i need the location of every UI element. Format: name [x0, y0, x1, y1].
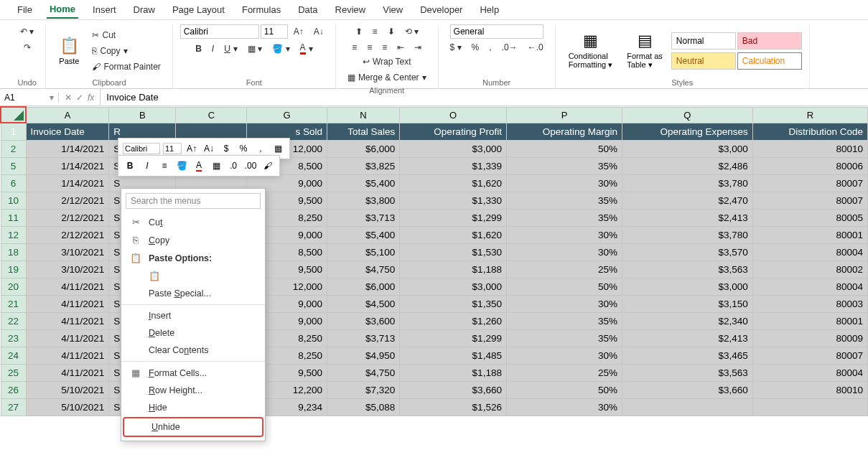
mini-inc-dec-icon[interactable]: .0	[226, 159, 241, 173]
mini-currency-icon[interactable]: $	[219, 141, 233, 156]
decrease-font-icon[interactable]: A↓	[309, 24, 328, 39]
conditional-formatting-button[interactable]: ▦ ConditionalFormatting ▾	[563, 29, 619, 72]
cell[interactable]: 50%	[506, 381, 622, 398]
menu-review[interactable]: Review	[332, 1, 369, 18]
ctx-paste-special[interactable]: Paste Special...	[121, 285, 265, 302]
comma-icon[interactable]: ,	[485, 40, 495, 55]
cell[interactable]: $2,470	[622, 192, 753, 209]
bold-button[interactable]: B	[191, 42, 206, 56]
font-color-button[interactable]: A ▾	[296, 40, 317, 57]
style-bad[interactable]: Bad	[737, 32, 802, 50]
cell[interactable]: $2,340	[622, 312, 753, 329]
mini-format-painter-icon[interactable]: 🖌	[261, 159, 275, 173]
cell[interactable]: 25%	[506, 364, 622, 381]
cell[interactable]: $3,570	[622, 243, 753, 260]
cell[interactable]: 30%	[506, 347, 622, 364]
currency-icon[interactable]: $ ▾	[446, 40, 466, 55]
cell[interactable]: 80001	[752, 312, 867, 329]
cell[interactable]: $1,330	[400, 192, 507, 209]
cell[interactable]: $1,620	[400, 174, 507, 192]
cell[interactable]: 80005	[752, 209, 867, 226]
menu-formulas[interactable]: Formulas	[239, 1, 284, 18]
cell[interactable]: 1/14/2021	[26, 157, 109, 174]
cell[interactable]: 1/14/2021	[26, 174, 109, 192]
ctx-row-height[interactable]: Row Height...	[121, 382, 265, 399]
cell[interactable]: $3,825	[327, 157, 399, 174]
mini-font-color-icon[interactable]: A	[192, 159, 206, 173]
mini-fill-icon[interactable]: 🪣	[174, 159, 189, 173]
cell[interactable]: 4/11/2021	[26, 364, 109, 381]
orientation-icon[interactable]: ⟲ ▾	[401, 24, 423, 39]
number-format-select[interactable]	[450, 24, 543, 39]
cell[interactable]: 30%	[506, 398, 622, 416]
menu-developer[interactable]: Developer	[417, 1, 465, 18]
align-top-icon[interactable]: ⬆	[351, 24, 367, 39]
menu-data[interactable]: Data	[295, 1, 320, 18]
mini-decrease-font-icon[interactable]: A↓	[202, 141, 216, 156]
font-name-select[interactable]	[180, 24, 259, 39]
cell[interactable]: $1,299	[400, 329, 507, 347]
formula-input[interactable]: Invoice Date	[101, 92, 868, 103]
style-normal[interactable]: Normal	[671, 32, 736, 50]
context-search-input[interactable]: Search the menus	[126, 193, 261, 209]
decrease-decimal-icon[interactable]: ←.0	[523, 40, 548, 55]
row-header[interactable]: 2	[1, 140, 26, 157]
col-header-o[interactable]: O	[400, 107, 507, 123]
format-as-table-button[interactable]: ▤ Format asTable ▾	[621, 29, 668, 72]
cell[interactable]: $5,400	[327, 174, 399, 192]
mini-bold-icon[interactable]: B	[123, 159, 137, 173]
mini-align-icon[interactable]: ≡	[157, 159, 172, 173]
mini-comma-icon[interactable]: ,	[253, 141, 268, 156]
cell[interactable]: $3,000	[400, 140, 507, 157]
cell[interactable]: $3,660	[622, 381, 753, 398]
cell[interactable]: $1,526	[400, 398, 507, 416]
cell[interactable]: Invoice Date	[26, 123, 109, 140]
cell[interactable]: $3,150	[622, 295, 753, 312]
copy-button[interactable]: ⎘ Copy ▾	[88, 44, 164, 58]
cell[interactable]: 80003	[752, 295, 867, 312]
cell[interactable]: $1,260	[400, 312, 507, 329]
cell[interactable]: 35%	[506, 192, 622, 209]
cell[interactable]: 4/11/2021	[26, 329, 109, 347]
format-painter-button[interactable]: 🖌 Format Painter	[88, 60, 164, 74]
row-header[interactable]: 24	[1, 347, 26, 364]
cell[interactable]: 2/12/2021	[26, 209, 109, 226]
align-right-icon[interactable]: ≡	[378, 40, 391, 55]
row-header[interactable]: 11	[1, 209, 26, 226]
col-header-c[interactable]: C	[176, 107, 247, 123]
cell[interactable]: $3,713	[327, 209, 399, 226]
decrease-indent-icon[interactable]: ⇤	[393, 40, 409, 55]
ctx-paste-default[interactable]: 📋	[121, 267, 265, 285]
enter-icon[interactable]: ✓	[76, 93, 83, 103]
align-middle-icon[interactable]: ≡	[368, 24, 382, 39]
cell[interactable]: $3,465	[622, 347, 753, 364]
percent-icon[interactable]: %	[467, 40, 484, 55]
menu-draw[interactable]: Draw	[131, 1, 158, 18]
cell[interactable]: 4/11/2021	[26, 278, 109, 295]
cell[interactable]: 35%	[506, 312, 622, 329]
ctx-format-cells[interactable]: ▦Format Cells...	[121, 364, 265, 382]
cell[interactable]: $1,485	[400, 347, 507, 364]
wrap-text-button[interactable]: ↩ Wrap Text	[358, 55, 416, 69]
mini-table-icon[interactable]: ▦	[271, 141, 285, 156]
menu-home[interactable]: Home	[47, 1, 78, 19]
cell[interactable]: 1/14/2021	[26, 140, 109, 157]
cell[interactable]: 3/10/2021	[26, 243, 109, 260]
cell[interactable]: 2/12/2021	[26, 192, 109, 209]
cell[interactable]: 80007	[752, 347, 867, 364]
style-neutral[interactable]: Neutral	[671, 52, 736, 70]
merge-center-button[interactable]: ▦ Merge & Center ▾	[343, 70, 431, 85]
cell[interactable]: $2,486	[622, 157, 753, 174]
row-header[interactable]: 1	[1, 123, 26, 140]
row-header[interactable]: 18	[1, 243, 26, 260]
cell[interactable]: 2/12/2021	[26, 226, 109, 243]
cell[interactable]: $1,188	[400, 260, 507, 278]
fill-color-button[interactable]: 🪣 ▾	[268, 42, 294, 56]
ctx-delete[interactable]: Delete	[121, 324, 265, 342]
cell[interactable]: 35%	[506, 329, 622, 347]
mini-font-size[interactable]	[163, 143, 182, 154]
cell[interactable]: 80006	[752, 157, 867, 174]
row-header[interactable]: 22	[1, 312, 26, 329]
borders-button[interactable]: ▦ ▾	[243, 42, 266, 56]
row-header[interactable]: 6	[1, 174, 26, 192]
